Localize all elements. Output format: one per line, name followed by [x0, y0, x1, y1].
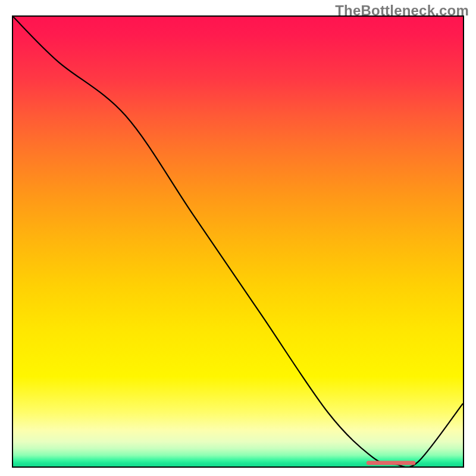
bottleneck-curve-line — [13, 17, 463, 466]
chart-svg — [13, 17, 463, 466]
chart-plot-area — [13, 17, 463, 466]
watermark-text: TheBottleneck.com — [335, 2, 469, 19]
